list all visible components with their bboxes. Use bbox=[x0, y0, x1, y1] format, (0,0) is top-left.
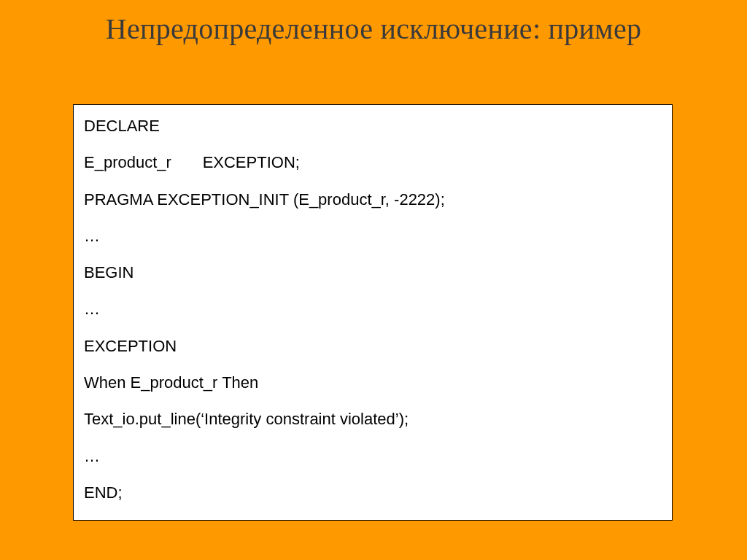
code-line: Text_io.put_line(‘Integrity constraint v… bbox=[84, 410, 662, 428]
code-example-box: DECLARE E_product_r EXCEPTION; PRAGMA EX… bbox=[73, 104, 673, 521]
slide: Непредопределенное исключение: пример DE… bbox=[0, 0, 747, 560]
code-line: … bbox=[84, 300, 662, 318]
code-line: E_product_r EXCEPTION; bbox=[84, 153, 662, 171]
code-line: When E_product_r Then bbox=[84, 373, 662, 392]
code-line: EXCEPTION bbox=[84, 337, 662, 355]
code-line: END; bbox=[84, 483, 662, 502]
code-line: PRAGMA EXCEPTION_INIT (E_product_r, -222… bbox=[84, 190, 662, 209]
code-line: DECLARE bbox=[84, 117, 662, 135]
slide-title: Непредопределенное исключение: пример bbox=[0, 12, 747, 46]
code-line: … bbox=[84, 227, 662, 245]
code-line: … bbox=[84, 447, 662, 465]
code-line: BEGIN bbox=[84, 263, 662, 281]
